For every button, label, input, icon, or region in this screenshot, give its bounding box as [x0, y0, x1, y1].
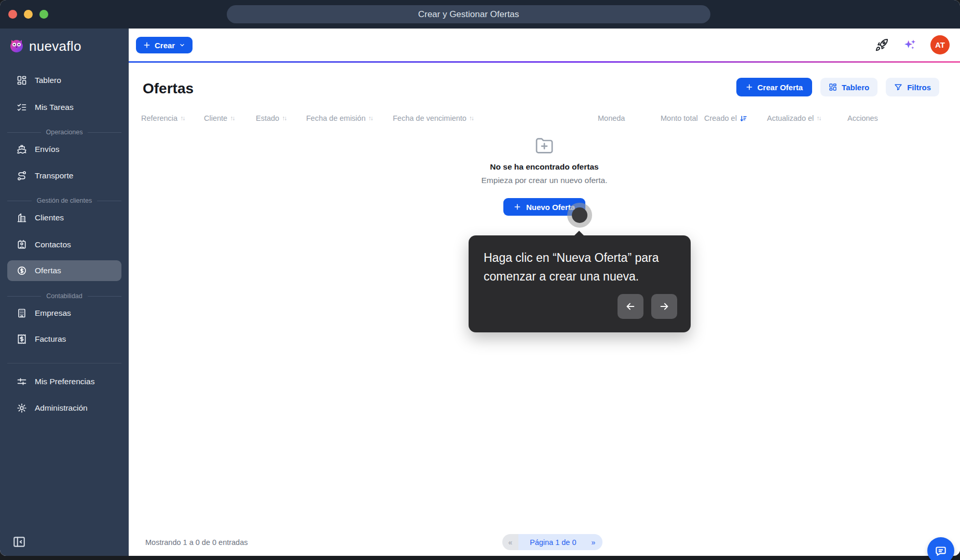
- tour-previous-button[interactable]: [618, 294, 643, 319]
- empty-state-title: No se ha encontrado ofertas: [467, 162, 622, 172]
- column-header-acciones: Acciones: [847, 114, 878, 122]
- close-window-button[interactable]: [8, 10, 17, 19]
- entries-count: Mostrando 1 a 0 de 0 entradas: [145, 538, 248, 547]
- board-grid-icon: [829, 83, 837, 91]
- dashboard-icon: [17, 75, 27, 86]
- section-label: Operaciones: [46, 129, 83, 136]
- column-label: Creado el: [704, 114, 737, 122]
- sort-icon: ↑↓: [368, 115, 372, 122]
- table-header-row: Referencia↑↓ Cliente↑↓ Estado↑↓ Fecha de…: [129, 114, 960, 125]
- invoice-receipt-icon: [17, 334, 27, 344]
- sliders-icon: [17, 376, 27, 387]
- empty-state-subtitle: Empieza por crear un nuevo oferta.: [467, 176, 622, 185]
- badge-dollar-icon: [17, 265, 27, 276]
- minimize-window-button[interactable]: [24, 10, 33, 19]
- crear-oferta-label: Crear Oferta: [758, 83, 803, 92]
- sidebar-section-contabilidad: Contabilidad: [7, 290, 121, 302]
- sidebar-item-empresas[interactable]: Empresas: [7, 303, 121, 324]
- building-icon: [17, 308, 27, 318]
- zoom-window-button[interactable]: [39, 10, 48, 19]
- column-header-fecha-vencimiento[interactable]: Fecha de vencimiento↑↓: [393, 114, 473, 122]
- page-indicator: Página 1 de 0: [518, 534, 585, 550]
- sort-icon: ↑↓: [282, 115, 286, 122]
- sidebar-section-operaciones: Operaciones: [7, 126, 121, 138]
- sidebar-item-label: Transporte: [35, 171, 73, 180]
- page-actions: Crear Oferta Tablero Filtros: [736, 78, 939, 96]
- sidebar-item-label: Ofertas: [35, 266, 61, 275]
- chat-support-button[interactable]: [927, 537, 954, 560]
- sort-icon: ↑↓: [816, 115, 820, 122]
- tour-tooltip-nav: [618, 294, 677, 319]
- column-header-actualizado-el[interactable]: Actualizado el↑↓: [767, 114, 820, 122]
- column-header-cliente[interactable]: Cliente↑↓: [204, 114, 234, 122]
- building-clients-icon: [17, 213, 27, 223]
- chevron-down-icon: [179, 42, 185, 48]
- nuevo-oferta-label: Nuevo Oferta: [526, 203, 575, 212]
- whats-new-button[interactable]: [875, 38, 889, 52]
- tour-next-button[interactable]: [651, 294, 677, 319]
- sidebar-item-ofertas[interactable]: Ofertas: [7, 260, 121, 281]
- sidebar-item-administracion[interactable]: Administración: [7, 398, 121, 418]
- macos-titlebar: Crear y Gestionar Ofertas: [0, 0, 960, 29]
- sidebar-item-label: Facturas: [35, 334, 66, 344]
- column-label: Fecha de emisión: [306, 114, 365, 122]
- column-label: Actualizado el: [767, 114, 814, 122]
- ship-icon: [17, 144, 27, 155]
- empty-state: No se ha encontrado ofertas Empieza por …: [467, 135, 622, 216]
- arrow-left-icon: [625, 301, 636, 312]
- column-header-estado[interactable]: Estado↑↓: [256, 114, 286, 122]
- previous-page-button[interactable]: «: [502, 534, 518, 550]
- sidebar-item-mis-preferencias[interactable]: Mis Preferencias: [7, 371, 121, 392]
- plus-icon: [746, 83, 753, 91]
- next-page-button[interactable]: »: [585, 534, 602, 550]
- sidebar-item-contactos[interactable]: Contactos: [7, 234, 121, 255]
- nuevo-oferta-button[interactable]: Nuevo Oferta: [503, 198, 585, 216]
- column-header-creado-el[interactable]: Creado el: [704, 114, 747, 122]
- plus-icon: [143, 41, 150, 49]
- column-label: Cliente: [204, 114, 227, 122]
- filtros-button[interactable]: Filtros: [886, 78, 939, 96]
- column-header-fecha-emision[interactable]: Fecha de emisión↑↓: [306, 114, 372, 122]
- column-label: Referencia: [141, 114, 177, 122]
- route-icon: [17, 171, 27, 181]
- sidebar-item-label: Administración: [35, 403, 88, 413]
- sidebar-item-envios[interactable]: Envíos: [7, 139, 121, 160]
- sidebar-item-tablero[interactable]: Tablero: [7, 70, 121, 91]
- sidebar-item-label: Mis Preferencias: [35, 377, 94, 386]
- section-label: Gestión de clientes: [37, 197, 92, 204]
- sidebar-nav: Tablero Mis Tareas Operaciones Envíos Tr…: [0, 29, 129, 556]
- sidebar-item-clientes[interactable]: Clientes: [7, 207, 121, 228]
- traffic-lights: [8, 10, 48, 19]
- sidebar-item-label: Envíos: [35, 145, 59, 154]
- panel-collapse-icon: [12, 535, 26, 549]
- column-label: Monto total: [661, 114, 698, 122]
- column-label: Acciones: [847, 114, 878, 122]
- topbar: Crear AT: [129, 29, 960, 61]
- section-label: Contabilidad: [46, 292, 83, 300]
- window-title: Crear y Gestionar Ofertas: [227, 5, 710, 23]
- sidebar-item-transporte[interactable]: Transporte: [7, 165, 121, 186]
- sort-icon: ↑↓: [230, 115, 234, 122]
- column-header-referencia[interactable]: Referencia↑↓: [141, 114, 184, 122]
- column-label: Estado: [256, 114, 279, 122]
- sidebar-item-facturas[interactable]: Facturas: [7, 329, 121, 349]
- contact-card-icon: [17, 240, 27, 250]
- collapse-sidebar-button[interactable]: [11, 534, 27, 550]
- app-window: Crear y Gestionar Ofertas nuevaflo Table…: [0, 0, 960, 556]
- topbar-actions: AT: [875, 29, 950, 61]
- crear-oferta-button[interactable]: Crear Oferta: [736, 78, 813, 96]
- tablero-label: Tablero: [842, 83, 869, 92]
- column-label: Moneda: [598, 114, 625, 122]
- sidebar-item-label: Tablero: [35, 76, 61, 85]
- sparkles-icon: [902, 38, 917, 52]
- sidebar-item-mis-tareas[interactable]: Mis Tareas: [7, 97, 121, 118]
- filter-funnel-icon: [894, 83, 902, 91]
- avatar[interactable]: AT: [930, 35, 950, 54]
- filtros-label: Filtros: [907, 83, 931, 92]
- sort-icon: ↑↓: [180, 115, 184, 122]
- tablero-view-button[interactable]: Tablero: [820, 78, 877, 96]
- create-dropdown-button[interactable]: Crear: [136, 37, 193, 53]
- ai-assistant-button[interactable]: [902, 38, 917, 52]
- chat-bubble-icon: [934, 544, 948, 557]
- folder-plus-icon: [534, 135, 555, 156]
